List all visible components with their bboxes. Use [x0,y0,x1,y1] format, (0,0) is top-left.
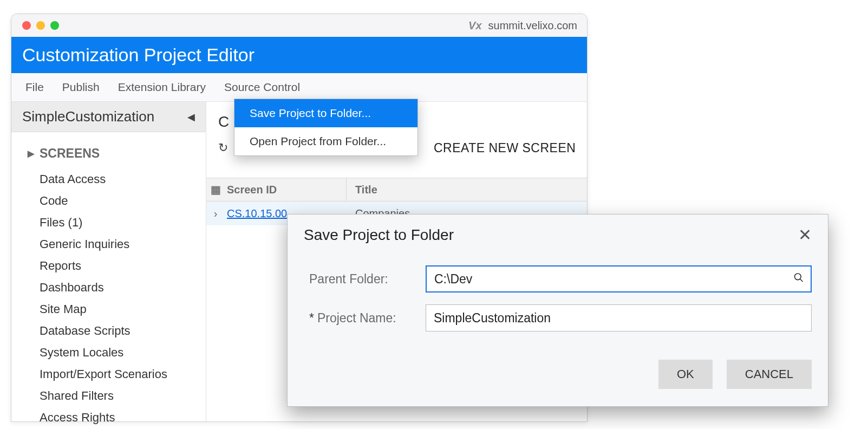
sidebar-item-import-export[interactable]: Import/Export Scenarios [28,363,200,385]
sidebar-item-generic-inquiries[interactable]: Generic Inquiries [28,233,200,255]
tree-header-label: SCREENS [40,146,100,161]
traffic-lights [22,21,59,30]
create-new-screen-button[interactable]: CREATE NEW SCREEN [434,141,576,155]
maximize-window-button[interactable] [50,21,59,30]
sidebar-item-files[interactable]: Files (1) [28,212,200,233]
svg-point-0 [795,274,801,280]
dialog-body: Parent Folder: *Project Name: [288,249,828,349]
menu-file[interactable]: File [25,81,44,94]
th-screen-id[interactable]: Screen ID [225,178,347,201]
menu-bar: File Publish Extension Library Source Co… [11,73,587,102]
parent-folder-label: Parent Folder: [309,272,426,287]
page-title: Customization Project Editor [11,37,587,73]
project-name-row: *Project Name: [309,304,812,332]
sidebar-item-shared-filters[interactable]: Shared Filters [28,385,200,407]
menu-publish[interactable]: Publish [62,81,100,94]
address-display: Vx summit.velixo.com [468,14,577,37]
chevron-right-icon: ▶ [28,148,34,159]
required-mark: * [309,311,314,325]
project-name-label-text: Project Name: [317,311,396,325]
parent-folder-row: Parent Folder: [309,265,812,292]
sidebar-item-system-locales[interactable]: System Locales [28,342,200,363]
minimize-window-button[interactable] [36,21,45,30]
sidebar-item-access-rights[interactable]: Access Rights [28,407,200,428]
project-name-tab[interactable]: SimpleCustomization ◀ [11,102,206,132]
project-name-label: SimpleCustomization [22,108,154,125]
close-window-button[interactable] [22,21,31,30]
cancel-button[interactable]: CANCEL [727,360,812,389]
sidebar-item-reports[interactable]: Reports [28,255,200,277]
search-icon[interactable] [793,272,804,286]
menu-open-project-from-folder[interactable]: Open Project from Folder... [234,127,417,155]
partial-heading: C [218,113,229,131]
column-settings-icon[interactable]: ▦ [206,183,225,196]
dialog-header: Save Project to Folder ✕ [288,214,828,249]
project-name-input-wrap [426,304,812,332]
nav-tree: ▶ SCREENS Data Access Code Files (1) Gen… [11,132,206,429]
dialog-title: Save Project to Folder [304,226,454,244]
parent-folder-input-wrap [426,265,812,292]
sidebar-item-site-map[interactable]: Site Map [28,298,200,320]
sidebar-item-code[interactable]: Code [28,190,200,212]
close-icon[interactable]: ✕ [798,227,812,243]
sidebar: SimpleCustomization ◀ ▶ SCREENS Data Acc… [11,102,206,421]
collapse-icon: ◀ [187,111,195,123]
macos-titlebar: Vx summit.velixo.com [11,14,587,37]
tree-header-screens[interactable]: ▶ SCREENS [28,146,200,161]
parent-folder-input[interactable] [426,265,812,292]
domain-label: summit.velixo.com [488,20,577,32]
source-control-dropdown: Save Project to Folder... Open Project f… [234,99,418,156]
refresh-icon[interactable]: ↻ [218,141,228,155]
menu-source-control[interactable]: Source Control [224,81,300,94]
row-caret-icon: › [206,207,225,220]
sidebar-item-dashboards[interactable]: Dashboards [28,277,200,298]
save-project-dialog: Save Project to Folder ✕ Parent Folder: … [287,214,828,407]
project-name-input[interactable] [426,304,812,332]
project-name-label: *Project Name: [309,311,426,326]
svg-line-1 [800,279,803,282]
th-title[interactable]: Title [347,184,377,196]
brand-label: Vx [468,20,481,32]
dialog-buttons: OK CANCEL [288,349,828,402]
menu-save-project-to-folder[interactable]: Save Project to Folder... [234,99,417,127]
sidebar-item-database-scripts[interactable]: Database Scripts [28,320,200,342]
ok-button[interactable]: OK [658,360,713,389]
table-header: ▦ Screen ID Title [206,178,587,202]
sidebar-item-data-access[interactable]: Data Access [28,168,200,190]
menu-extension-library[interactable]: Extension Library [118,81,206,94]
